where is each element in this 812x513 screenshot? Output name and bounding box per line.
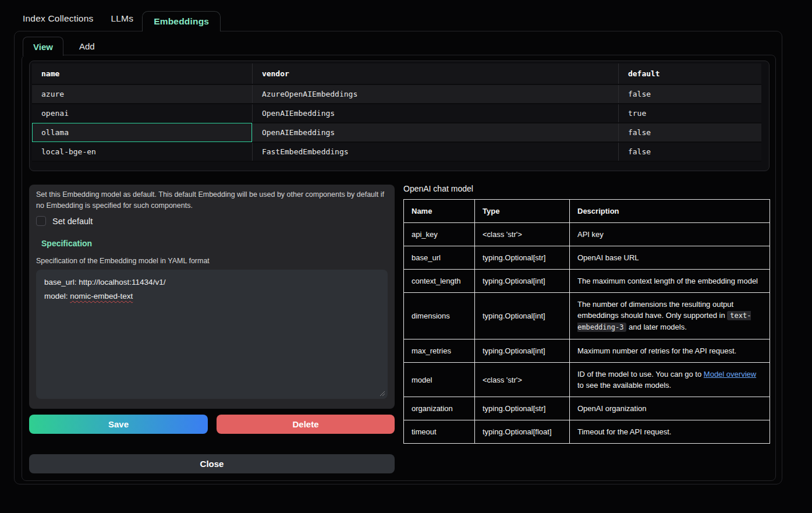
- docs-row-base_url: base_urltyping.Optional[str]OpenAI base …: [404, 246, 770, 270]
- main-tabs: Index Collections LLMs Embeddings: [14, 6, 221, 31]
- docs-table: NameTypeDescription api_key<class 'str'>…: [403, 199, 770, 444]
- embedding-row-openai[interactable]: openaiOpenAIEmbeddingstrue: [32, 104, 761, 123]
- emb-cell-name: azure: [32, 84, 252, 104]
- embeddings-table-body: azureAzureOpenAIEmbeddingsfalseopenaiOpe…: [32, 84, 761, 161]
- docs-cell-description: The maximum context length of the embedd…: [570, 270, 770, 293]
- docs-cell-type: typing.Optional[str]: [475, 397, 570, 420]
- docs-row-organization: organizationtyping.Optional[str]OpenAI o…: [404, 397, 770, 420]
- docs-row-timeout: timeouttyping.Optional[float]Timeout for…: [404, 420, 770, 444]
- docs-col-type: Type: [475, 200, 570, 223]
- docs-title: OpenAI chat model: [403, 184, 473, 193]
- emb-col-default: default: [618, 63, 761, 84]
- emb-cell-name: openai: [32, 104, 252, 123]
- yaml-line-2: model: nomic-embed-text: [44, 289, 380, 303]
- embeddings-table-container: namevendordefault azureAzureOpenAIEmbedd…: [29, 61, 770, 171]
- docs-col-name: Name: [404, 200, 475, 223]
- embedding-row-azure[interactable]: azureAzureOpenAIEmbeddingsfalse: [32, 84, 761, 104]
- default-settings-panel: Set this Embedding model as default. Thi…: [29, 185, 395, 409]
- docs-cell-description: Timeout for the API request.: [570, 420, 770, 444]
- emb-col-vendor: vendor: [252, 63, 618, 84]
- emb-cell-default: false: [618, 84, 761, 104]
- app-root: View Add namevendordefault azureAzureOpe…: [0, 0, 812, 513]
- docs-cell-type: typing.Optional[str]: [475, 246, 570, 270]
- emb-cell-vendor: FastEmbedEmbeddings: [252, 142, 618, 161]
- tab-embeddings[interactable]: Embeddings: [142, 11, 221, 31]
- docs-table-header: NameTypeDescription: [404, 200, 770, 223]
- delete-button[interactable]: Delete: [217, 415, 395, 434]
- docs-row-max_retries: max_retriestyping.Optional[int]Maximum n…: [404, 339, 770, 363]
- specification-heading: Specification: [41, 239, 388, 248]
- resize-handle-icon[interactable]: [380, 391, 385, 397]
- docs-cell-description: Maximum number of retries for the API re…: [570, 339, 770, 363]
- docs-cell-description: OpenAI organization: [570, 397, 770, 420]
- docs-cell-name: organization: [404, 397, 475, 420]
- emb-cell-vendor: AzureOpenAIEmbeddings: [252, 84, 618, 104]
- emb-cell-default: false: [618, 123, 761, 142]
- set-default-row: Set default: [36, 216, 388, 226]
- docs-row-api_key: api_key<class 'str'>API key: [404, 223, 770, 246]
- docs-cell-type: typing.Optional[int]: [475, 293, 570, 339]
- specification-yaml-textarea[interactable]: base_url: http://localhost:11434/v1/ mod…: [36, 270, 388, 399]
- docs-row-model: model<class 'str'>ID of the model to use…: [404, 363, 770, 397]
- docs-cell-type: typing.Optional[int]: [475, 339, 570, 363]
- docs-row-dimensions: dimensionstyping.Optional[int]The number…: [404, 293, 770, 339]
- save-button[interactable]: Save: [29, 415, 208, 434]
- emb-cell-default: false: [618, 142, 761, 161]
- subtab-view[interactable]: View: [23, 37, 63, 56]
- docs-cell-name: dimensions: [404, 293, 475, 339]
- docs-cell-name: context_length: [404, 270, 475, 293]
- embeddings-tab-panel: View Add namevendordefault azureAzureOpe…: [14, 31, 782, 484]
- emb-cell-name: ollama: [32, 123, 252, 142]
- embedding-row-local-bge-en[interactable]: local-bge-enFastEmbedEmbeddingsfalse: [32, 142, 761, 161]
- docs-cell-name: model: [404, 363, 475, 397]
- embeddings-table-header: namevendordefault: [32, 63, 761, 84]
- emb-cell-name: local-bge-en: [32, 142, 252, 161]
- model-overview-link[interactable]: Model overview: [704, 370, 756, 378]
- emb-cell-default: true: [618, 104, 761, 123]
- docs-cell-name: max_retries: [404, 339, 475, 363]
- set-default-label: Set default: [52, 217, 93, 226]
- emb-col-name: name: [32, 63, 252, 84]
- set-default-checkbox[interactable]: [36, 216, 46, 226]
- yaml-line-1: base_url: http://localhost:11434/v1/: [44, 275, 380, 289]
- docs-cell-type: typing.Optional[float]: [475, 420, 570, 444]
- specification-description: Specification of the Embedding model in …: [36, 257, 388, 265]
- view-tab-panel: namevendordefault azureAzureOpenAIEmbedd…: [22, 55, 776, 481]
- embeddings-table: namevendordefault azureAzureOpenAIEmbedd…: [32, 63, 761, 162]
- docs-row-context_length: context_lengthtyping.Optional[int]The ma…: [404, 270, 770, 293]
- docs-cell-name: timeout: [404, 420, 475, 444]
- docs-cell-name: api_key: [404, 223, 475, 246]
- docs-cell-description: API key: [570, 223, 770, 246]
- emb-cell-vendor: OpenAIEmbeddings: [252, 123, 618, 142]
- tab-llms[interactable]: LLMs: [102, 6, 142, 31]
- close-button[interactable]: Close: [29, 454, 395, 473]
- set-default-description: Set this Embedding model as default. Thi…: [36, 189, 388, 211]
- docs-cell-description: The number of dimensions the resulting o…: [570, 293, 770, 339]
- embedding-row-ollama[interactable]: ollamaOpenAIEmbeddingsfalse: [32, 123, 761, 142]
- docs-cell-description: ID of the model to use. You can go to Mo…: [570, 363, 770, 397]
- docs-cell-name: base_url: [404, 246, 475, 270]
- docs-col-description: Description: [570, 200, 770, 223]
- docs-cell-type: <class 'str'>: [475, 363, 570, 397]
- inline-code: text-embedding-3: [577, 311, 751, 332]
- docs-cell-description: OpenAI base URL: [570, 246, 770, 270]
- docs-table-body: api_key<class 'str'>API keybase_urltypin…: [404, 223, 770, 444]
- subtab-add[interactable]: Add: [70, 37, 104, 56]
- docs-cell-type: typing.Optional[int]: [475, 270, 570, 293]
- tab-index-collections[interactable]: Index Collections: [14, 6, 102, 31]
- emb-cell-vendor: OpenAIEmbeddings: [252, 104, 618, 123]
- docs-cell-type: <class 'str'>: [475, 223, 570, 246]
